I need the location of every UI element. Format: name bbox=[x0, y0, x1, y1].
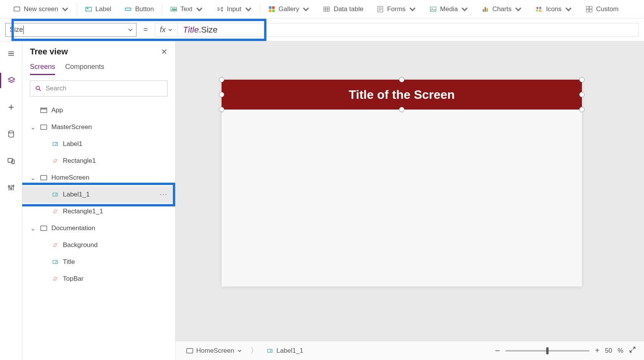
resize-handle[interactable] bbox=[579, 77, 585, 82]
insert-media-button[interactable]: Media bbox=[424, 0, 474, 18]
tree-node-homescreen[interactable]: ⌄ HomeScreen bbox=[22, 169, 175, 186]
screen-icon bbox=[13, 5, 21, 13]
tree-node-label: Documentation bbox=[51, 224, 95, 232]
zoom-slider-knob[interactable] bbox=[546, 347, 549, 354]
search-icon bbox=[35, 85, 42, 92]
label-icon bbox=[266, 348, 273, 354]
insert-charts-button[interactable]: Charts bbox=[476, 0, 527, 18]
svg-rect-35 bbox=[53, 193, 58, 196]
insert-custom-button[interactable]: Custom bbox=[580, 0, 624, 18]
screen-icon bbox=[40, 224, 48, 232]
tree-view-title: Tree view bbox=[30, 47, 68, 57]
zoom-out-button[interactable]: − bbox=[495, 346, 500, 356]
svg-point-5 bbox=[221, 7, 222, 8]
insert-datatable-button[interactable]: Data table bbox=[317, 0, 369, 18]
formula-bar: Size = fx Title.Size bbox=[0, 18, 644, 41]
label-icon bbox=[51, 191, 59, 198]
tree-view-button[interactable] bbox=[0, 73, 22, 88]
tree-node-app[interactable]: ▾ App bbox=[22, 102, 175, 119]
selected-label-control[interactable]: Title of the Screen bbox=[222, 80, 582, 110]
resize-handle[interactable] bbox=[219, 77, 224, 82]
insert-input-button[interactable]: Input bbox=[211, 0, 258, 18]
tree-node-masterscreen[interactable]: ⌄ MasterScreen bbox=[22, 119, 175, 136]
more-options-button[interactable]: ··· bbox=[160, 191, 171, 198]
hamburger-button[interactable] bbox=[0, 46, 22, 61]
input-icon bbox=[216, 5, 224, 13]
expand-icon bbox=[629, 346, 636, 353]
insert-pane-button[interactable] bbox=[0, 100, 22, 115]
insert-label-button[interactable]: Label bbox=[79, 0, 117, 18]
tree-node-rectangle1[interactable]: Rectangle1 bbox=[22, 152, 175, 169]
svg-rect-29 bbox=[12, 160, 14, 164]
tab-screens[interactable]: Screens bbox=[30, 63, 55, 75]
database-icon bbox=[7, 130, 15, 138]
media-pane-button[interactable] bbox=[0, 153, 22, 169]
chevron-down-icon bbox=[514, 5, 522, 13]
app-icon bbox=[40, 106, 48, 114]
tree-node-rectangle1-1[interactable]: Rectangle1_1 bbox=[22, 203, 175, 220]
plus-icon bbox=[7, 103, 15, 111]
svg-point-6 bbox=[221, 10, 222, 11]
resize-handle[interactable] bbox=[579, 107, 585, 112]
tree-node-topbar[interactable]: TopBar bbox=[22, 270, 175, 287]
insert-datatable-label: Data table bbox=[334, 5, 363, 13]
new-screen-button[interactable]: New screen bbox=[8, 0, 74, 18]
chevron-down-icon bbox=[302, 5, 310, 13]
svg-rect-2 bbox=[125, 8, 131, 10]
separator bbox=[77, 3, 77, 15]
resize-handle[interactable] bbox=[219, 92, 224, 97]
svg-rect-17 bbox=[487, 8, 488, 11]
svg-rect-23 bbox=[590, 6, 592, 9]
zoom-slider[interactable] bbox=[505, 350, 590, 352]
expand-toggle[interactable]: ⌄ bbox=[30, 174, 36, 182]
fit-to-window-button[interactable] bbox=[629, 346, 636, 355]
resize-handle[interactable] bbox=[579, 92, 585, 97]
text-cursor bbox=[23, 26, 24, 34]
close-panel-button[interactable]: ✕ bbox=[161, 47, 168, 56]
insert-icons-button[interactable]: Icons bbox=[530, 0, 578, 18]
tree-node-label1[interactable]: Label1 bbox=[22, 136, 175, 152]
svg-rect-37 bbox=[268, 349, 272, 352]
chevron-down-icon bbox=[461, 5, 468, 13]
insert-text-label: Text bbox=[181, 5, 192, 13]
chevron-down-icon bbox=[168, 28, 172, 32]
insert-button-button[interactable]: Button bbox=[119, 0, 159, 18]
resize-handle[interactable] bbox=[399, 77, 404, 82]
resize-handle[interactable] bbox=[399, 107, 404, 112]
tree-node-label: Label1 bbox=[63, 140, 82, 148]
svg-point-32 bbox=[12, 185, 14, 187]
insert-custom-label: Custom bbox=[596, 5, 619, 13]
expand-toggle[interactable]: ⌄ bbox=[30, 224, 36, 232]
tab-components[interactable]: Components bbox=[65, 63, 104, 75]
tree-search-input[interactable]: Search bbox=[30, 80, 168, 97]
tree-node-documentation[interactable]: ⌄ Documentation bbox=[22, 220, 175, 237]
devices-icon bbox=[7, 157, 15, 165]
zoom-in-button[interactable]: + bbox=[595, 346, 600, 355]
expand-toggle[interactable]: ⌄ bbox=[30, 123, 36, 131]
svg-rect-24 bbox=[586, 9, 589, 12]
tree-node-title[interactable]: Title bbox=[22, 254, 175, 270]
svg-rect-9 bbox=[269, 9, 271, 12]
canvas-stage[interactable]: Title of the Screen bbox=[176, 41, 644, 341]
data-pane-button[interactable] bbox=[0, 126, 22, 142]
insert-text-button[interactable]: Abc Text bbox=[164, 0, 209, 18]
svg-rect-22 bbox=[586, 6, 589, 9]
left-rail bbox=[0, 41, 22, 360]
advanced-tools-button[interactable] bbox=[0, 180, 22, 195]
insert-forms-button[interactable]: Forms bbox=[371, 0, 422, 18]
formula-input[interactable]: Title.Size bbox=[177, 23, 639, 37]
shape-icon bbox=[51, 208, 59, 215]
button-icon bbox=[124, 5, 132, 13]
svg-point-30 bbox=[8, 186, 10, 187]
tree-node-label1-1[interactable]: Label1_1 ··· bbox=[22, 186, 175, 203]
new-screen-label: New screen bbox=[24, 5, 58, 13]
fx-button[interactable]: fx bbox=[155, 23, 178, 37]
resize-handle[interactable] bbox=[219, 107, 224, 112]
insert-gallery-button[interactable]: Gallery bbox=[263, 0, 315, 18]
tree-node-background[interactable]: Background bbox=[22, 237, 175, 254]
breadcrumb-screen[interactable]: HomeScreen bbox=[183, 347, 245, 355]
svg-rect-25 bbox=[590, 9, 592, 12]
insert-input-label: Input bbox=[227, 5, 242, 13]
breadcrumb-control[interactable]: Label1_1 bbox=[263, 347, 306, 355]
property-dropdown[interactable]: Size bbox=[5, 23, 136, 37]
